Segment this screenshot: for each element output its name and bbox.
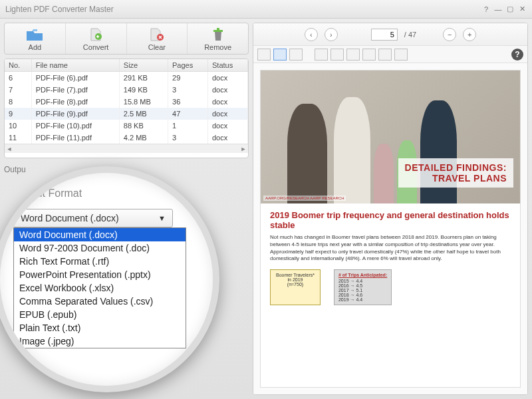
col-name[interactable]: File name — [31, 59, 119, 72]
clear-button[interactable]: Clear — [127, 23, 188, 54]
format-option[interactable]: Comma Separated Values (.csv) — [14, 295, 186, 308]
cell-status: docx — [208, 72, 248, 84]
table-row[interactable]: 7PDF-File (7).pdf149 KB3docx — [5, 84, 248, 96]
format-option[interactable]: Word Document (.docx) — [14, 228, 186, 241]
minimize-icon[interactable]: — — [493, 5, 503, 14]
clear-label: Clear — [148, 43, 166, 51]
preview-viewport[interactable]: DETAILED FINDINGS: TRAVEL PLANS AARP.ORG… — [253, 63, 527, 394]
cell-status: docx — [208, 132, 248, 144]
horizontal-scrollbar[interactable]: ◄ ► — [5, 144, 248, 153]
close-icon[interactable]: ✕ — [517, 5, 527, 14]
hero-tag: AARP.ORG/RESEARCH AARP RESEARCH — [263, 196, 346, 201]
table-header-row: No. File name Size Pages Status — [5, 59, 248, 72]
table-row[interactable]: 11PDF-File (11).pdf4.2 MB3docx — [5, 132, 248, 144]
col-pages[interactable]: Pages — [168, 59, 208, 72]
format-option[interactable]: Word 97-2003 Document (.doc) — [14, 241, 186, 255]
hero-image: DETAILED FINDINGS: TRAVEL PLANS AARP.ORG… — [261, 70, 520, 203]
output-format-label: Output Format — [13, 188, 200, 200]
zoom-in-button[interactable]: + — [463, 28, 476, 41]
cell-name: PDF-File (7).pdf — [31, 84, 119, 96]
tool-9[interactable] — [394, 49, 408, 61]
view-mode-1[interactable] — [257, 49, 271, 61]
tool-4[interactable] — [315, 49, 328, 61]
help-icon[interactable]: ? — [481, 5, 491, 14]
format-option[interactable]: Rich Text Format (.rtf) — [14, 255, 186, 268]
cell-pages: 36 — [168, 96, 208, 108]
trip-row: 2019 → 4.4 — [338, 297, 387, 302]
cell-no: 9 — [5, 108, 31, 120]
preview-nav: ‹ › / 47 − + — [253, 23, 527, 46]
preview-help-icon[interactable]: ? — [511, 49, 523, 61]
output-format-options: Word Document (.docx)Word 97-2003 Docume… — [13, 227, 186, 348]
hero-line2: TRAVEL PLANS — [405, 173, 507, 184]
remove-button[interactable]: Remove — [188, 23, 248, 54]
zoom-out-button[interactable]: − — [443, 28, 456, 41]
maximize-icon[interactable]: ▢ — [505, 5, 515, 14]
output-format-dropdown[interactable]: Word Document (.docx) ▼ — [13, 209, 173, 227]
tool-8[interactable] — [378, 49, 392, 61]
cell-no: 8 — [5, 96, 31, 108]
view-mode-3[interactable] — [289, 49, 303, 61]
add-button[interactable]: Add — [5, 23, 66, 54]
hero-caption: DETAILED FINDINGS: TRAVEL PLANS — [398, 158, 513, 188]
cell-name: PDF-File (9).pdf — [31, 108, 119, 120]
convert-label: Convert — [83, 43, 109, 51]
cell-name: PDF-File (10).pdf — [31, 120, 119, 132]
scroll-right-icon[interactable]: ► — [239, 146, 248, 152]
tool-6[interactable] — [346, 49, 360, 61]
tool-5[interactable] — [331, 49, 344, 61]
page-input[interactable] — [371, 29, 398, 41]
folder-open-icon — [25, 27, 44, 42]
convert-icon — [86, 27, 105, 42]
table-row[interactable]: 8PDF-File (8).pdf15.8 MB36docx — [5, 96, 248, 108]
table-row[interactable]: 10PDF-File (10).pdf88 KB1docx — [5, 120, 248, 132]
cell-status: docx — [208, 120, 248, 132]
cell-status: docx — [208, 84, 248, 96]
trips-title: # of Trips Anticipated: — [338, 273, 387, 277]
cell-size: 4.2 MB — [119, 132, 168, 144]
prev-page-button[interactable]: ‹ — [305, 28, 318, 41]
cell-size: 291 KB — [119, 72, 168, 84]
col-size[interactable]: Size — [119, 59, 168, 72]
format-option[interactable]: PowerPoint Presentation (.pptx) — [14, 268, 186, 281]
cell-pages: 47 — [168, 108, 208, 120]
cell-no: 7 — [5, 84, 31, 96]
format-option[interactable]: Image (.jpeg) — [14, 334, 186, 348]
add-label: Add — [29, 43, 42, 51]
scroll-left-icon[interactable]: ◄ — [5, 146, 14, 152]
cell-no: 10 — [5, 120, 31, 132]
cell-pages: 3 — [168, 84, 208, 96]
toolbar: Add Convert Clear Remove — [4, 23, 249, 55]
boomer-box: Boomer Travelers* in 2019 (n=750) — [270, 269, 321, 305]
convert-button[interactable]: Convert — [66, 23, 127, 54]
cell-status: docx — [208, 96, 248, 108]
page-total: / 47 — [404, 31, 416, 39]
cell-size: 15.8 MB — [119, 96, 168, 108]
table-row[interactable]: 6PDF-File (6).pdf291 KB29docx — [5, 72, 248, 84]
cell-pages: 3 — [168, 132, 208, 144]
cell-name: PDF-File (8).pdf — [31, 96, 119, 108]
preview-toolbar: ? — [253, 46, 527, 63]
view-mode-2[interactable] — [273, 49, 287, 61]
cell-pages: 29 — [168, 72, 208, 84]
col-status[interactable]: Status — [208, 59, 248, 72]
format-option[interactable]: EPUB (.epub) — [14, 308, 186, 321]
cell-no: 6 — [5, 72, 31, 84]
trips-box: # of Trips Anticipated: 2015 → 4.42016 →… — [334, 269, 392, 305]
svg-rect-3 — [217, 28, 219, 30]
tool-7[interactable] — [362, 49, 376, 61]
clear-icon — [148, 27, 166, 42]
title-bar: Lighten PDF Converter Master ? — ▢ ✕ — [0, 0, 532, 19]
article-body: 2019 Boomer trip frequency and general d… — [261, 203, 520, 312]
format-option[interactable]: Plain Text (.txt) — [14, 321, 186, 334]
table-row[interactable]: 9PDF-File (9).pdf2.5 MB47docx — [5, 108, 248, 120]
file-table: No. File name Size Pages Status 6PDF-Fil… — [4, 59, 249, 158]
cell-size: 149 KB — [119, 84, 168, 96]
format-option[interactable]: Excel Workbook (.xlsx) — [14, 281, 186, 295]
cell-no: 11 — [5, 132, 31, 144]
next-page-button[interactable]: › — [325, 28, 338, 41]
preview-pane: ‹ › / 47 − + ? — [253, 23, 528, 395]
article-headline: 2019 Boomer trip frequency and general d… — [270, 210, 511, 230]
cell-pages: 1 — [168, 120, 208, 132]
col-no[interactable]: No. — [5, 59, 31, 72]
